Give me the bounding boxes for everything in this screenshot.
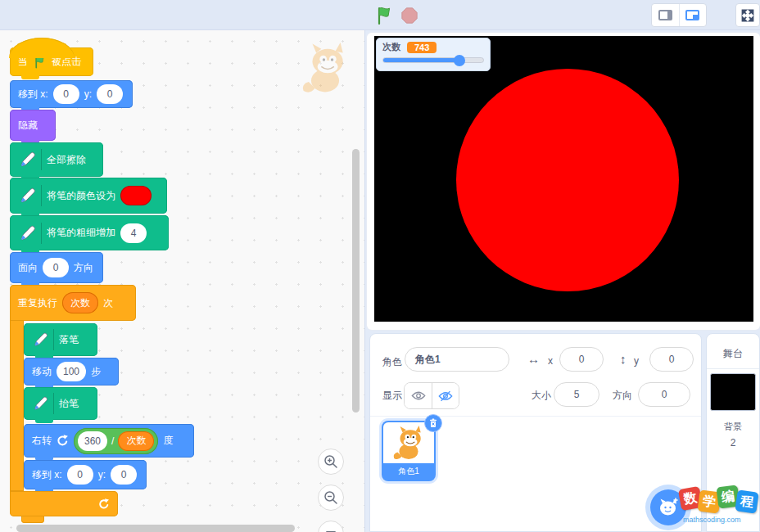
y-input[interactable]: 0	[111, 465, 137, 485]
sprite-watermark-cat	[300, 41, 351, 95]
sprite-thumbnail-cat	[391, 424, 426, 462]
block-set-pen-color[interactable]: 将笔的颜色设为	[10, 178, 167, 214]
slider-fill	[383, 58, 459, 62]
block-move-steps[interactable]: 移动 100 步	[24, 358, 119, 385]
sprite-name-input[interactable]: 角色1	[405, 347, 509, 372]
green-flag-icon	[374, 6, 394, 25]
x-input[interactable]: 0	[53, 84, 79, 104]
y-label: y	[634, 355, 639, 367]
delete-sprite-button[interactable]	[424, 414, 442, 432]
divider	[370, 416, 701, 417]
variable-cishu[interactable]: 次数	[62, 292, 98, 313]
variable-cishu[interactable]: 次数	[118, 431, 154, 451]
fullscreen-button[interactable]	[735, 3, 760, 27]
block-text: y:	[84, 88, 92, 100]
x-label: x	[548, 355, 553, 367]
stop-button[interactable]	[399, 5, 420, 26]
block-repeat-header[interactable]: 重复执行 次数 次	[10, 285, 136, 321]
backdrop-count: 2	[707, 437, 759, 449]
operator-symbol: /	[111, 435, 114, 447]
sprite-info-panel: 角色 角色1 ↔ x 0 ↕ y 0 显示 大小 5	[369, 333, 702, 532]
block-text: y:	[98, 469, 106, 480]
code-workspace[interactable]: 当 被点击 移到 x: 0 y: 0 隐藏 全部擦除	[0, 30, 365, 532]
stage-card: 次数 743	[367, 33, 760, 330]
block-change-pen-size[interactable]: 将笔的粗细增加 4	[10, 215, 169, 250]
dividend-input[interactable]: 360	[78, 431, 107, 451]
block-repeat-bottom-bump[interactable]	[21, 516, 44, 523]
pen-icon	[32, 331, 48, 348]
sprite-label: 角色	[382, 355, 402, 369]
block-text: 移到 x:	[18, 88, 48, 101]
direction-input[interactable]: 0	[43, 258, 69, 277]
variable-monitor[interactable]: 次数 743	[376, 38, 491, 71]
divider	[53, 329, 54, 350]
sprite-tile-selected[interactable]: 角色1	[383, 422, 434, 480]
block-repeat-footer[interactable]	[10, 491, 118, 516]
x-input[interactable]: 0	[67, 465, 93, 485]
block-pen-down[interactable]: 落笔	[24, 323, 97, 356]
sprite-tile-name: 角色1	[383, 463, 434, 480]
block-text: 重复执行	[18, 296, 57, 310]
show-sprite-button[interactable]	[405, 383, 432, 408]
steps-input[interactable]: 100	[57, 362, 86, 381]
zoom-in-button[interactable]	[318, 449, 344, 475]
top-bar	[0, 0, 760, 30]
block-turn-right[interactable]: 右转 360 / 次数 度	[24, 424, 194, 458]
block-text: 抬笔	[59, 397, 79, 411]
green-flag-button[interactable]	[373, 5, 395, 26]
zoom-reset-button[interactable]	[318, 521, 344, 532]
stage-panel-title: 舞台	[707, 347, 759, 361]
sprite-y-input[interactable]: 0	[649, 347, 694, 372]
block-text: 当	[18, 55, 28, 69]
slider-thumb[interactable]	[454, 55, 465, 66]
fullscreen-icon	[741, 9, 754, 22]
block-text: 方向	[74, 261, 93, 275]
variable-value-badge: 743	[407, 42, 437, 53]
divider	[41, 149, 42, 170]
sprite-direction-input[interactable]: 0	[638, 382, 690, 407]
block-text: 隐藏	[18, 119, 38, 133]
block-text: 面向	[18, 261, 38, 275]
block-when-flag-clicked[interactable]: 当 被点击	[10, 47, 93, 76]
block-text: 被点击	[52, 55, 81, 69]
sprite-size-input[interactable]: 5	[554, 382, 599, 407]
block-text: 移到 x:	[32, 468, 62, 482]
operator-divide[interactable]: 360 / 次数	[74, 428, 158, 454]
block-text: 右转	[32, 434, 52, 448]
block-erase-all[interactable]: 全部擦除	[10, 142, 103, 177]
zoom-out-button[interactable]	[318, 485, 344, 511]
pen-icon	[32, 395, 48, 412]
divider	[707, 368, 759, 369]
loop-arrow-icon	[98, 498, 110, 510]
divider	[53, 393, 54, 414]
pen-color-swatch[interactable]	[120, 186, 152, 205]
backdrop-thumbnail[interactable]	[710, 373, 756, 411]
drawn-red-circle	[456, 69, 679, 291]
mathscoding-watermark: 数 学 编 程 mathscoding.com	[678, 481, 760, 532]
sprite-x-input[interactable]: 0	[559, 347, 604, 372]
large-stage-layout-button[interactable]	[679, 4, 707, 26]
horizontal-scrollbar[interactable]	[16, 525, 295, 532]
zoom-reset-icon	[324, 527, 337, 532]
block-text: 步	[91, 365, 101, 379]
block-goto-xy[interactable]: 移到 x: 0 y: 0	[24, 460, 147, 489]
block-goto-xy[interactable]: 移到 x: 0 y: 0	[10, 80, 133, 108]
pen-size-input[interactable]: 4	[120, 223, 147, 243]
eye-open-icon	[411, 390, 426, 401]
block-repeat-arm[interactable]	[10, 320, 24, 491]
turn-clockwise-icon	[57, 435, 69, 447]
variable-slider[interactable]	[382, 57, 484, 63]
y-input[interactable]: 0	[97, 84, 123, 104]
zoom-out-icon	[323, 490, 338, 505]
stage-canvas: 次数 743	[374, 36, 753, 322]
block-hide[interactable]: 隐藏	[10, 110, 56, 141]
watermark-tile: 程	[735, 489, 758, 513]
hide-sprite-button[interactable]	[432, 383, 459, 408]
direction-label: 方向	[613, 389, 632, 403]
block-pen-up[interactable]: 抬笔	[24, 387, 97, 420]
small-stage-layout-button[interactable]	[652, 4, 679, 26]
vertical-scrollbar[interactable]	[352, 149, 360, 413]
size-label: 大小	[532, 389, 551, 403]
block-point-in-direction[interactable]: 面向 0 方向	[10, 252, 103, 283]
backdrop-label: 背景	[707, 421, 759, 433]
